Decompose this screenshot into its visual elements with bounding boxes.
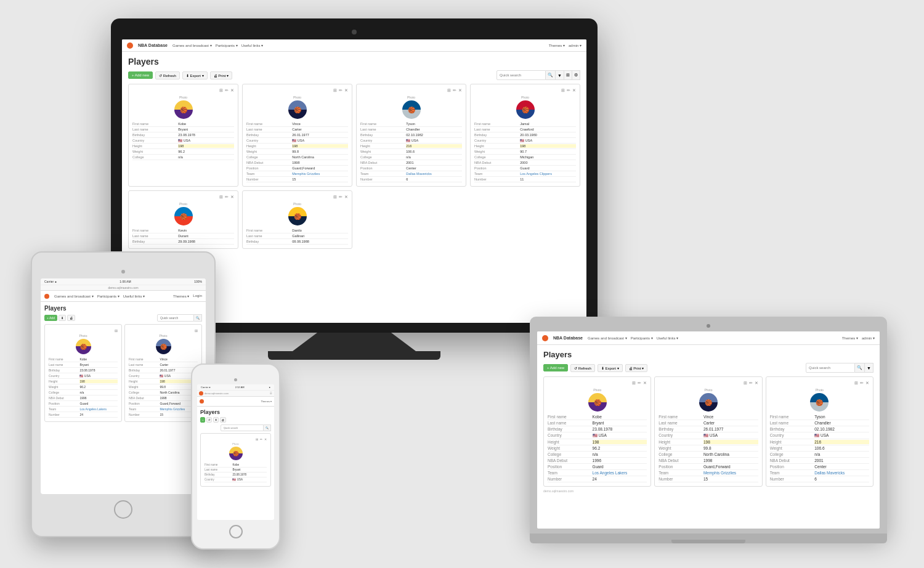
player-card-danilo: ⊞✏✕ Photo 🏀 First nameDanilo Last nameGa… <box>242 190 352 249</box>
nba-logo-icon <box>127 43 133 49</box>
tablet-export-btn[interactable]: ⬇ <box>59 315 66 321</box>
tablet-home-button[interactable] <box>114 500 132 519</box>
card-grid-icon6[interactable]: ⊞ <box>333 195 337 200</box>
phone-search-input[interactable] <box>221 424 264 431</box>
laptop-print-btn[interactable]: 🖨 Print ▾ <box>625 364 648 372</box>
card-grid-icon2[interactable]: ⊞ <box>333 88 337 93</box>
laptop-search-input[interactable] <box>806 363 855 373</box>
filter-button[interactable]: ▼ <box>556 70 564 80</box>
laptop-nav-useful[interactable]: Useful links ▾ <box>657 336 678 340</box>
nav-participants[interactable]: Participants ▾ <box>216 43 238 47</box>
monitor-stand <box>293 333 416 351</box>
lc2-del-icon[interactable]: ✕ <box>755 381 758 386</box>
laptop-add-btn[interactable]: + Add new <box>543 364 568 371</box>
lc-grid-icon[interactable]: ⊞ <box>632 381 636 386</box>
tc2-grid-icon[interactable]: ⊞ <box>195 328 198 333</box>
laptop-refresh-btn[interactable]: ↺ Refresh <box>570 364 595 372</box>
pc-grid-icon[interactable]: ⊞ <box>256 437 258 441</box>
laptop-filter-btn[interactable]: ▼ <box>865 363 873 373</box>
lc3-edit-icon[interactable]: ✏ <box>860 381 864 386</box>
laptop-admin[interactable]: admin ▾ <box>862 336 875 340</box>
laptop-card-vince: ⊞✏✕ Photo🏀 First nameVince Last nameCart… <box>654 376 762 487</box>
refresh-button[interactable]: ↺ Refresh <box>155 71 180 79</box>
card-delete-icon4[interactable]: ✕ <box>572 88 576 93</box>
avatar-vince: 🏀 <box>288 100 307 119</box>
tablet-add-btn[interactable]: + Add <box>44 315 57 321</box>
themes-menu[interactable]: Themes ▾ <box>549 43 565 47</box>
laptop-toolbar: + Add new ↺ Refresh ⬇ Export ▾ 🖨 Print ▾… <box>543 363 873 373</box>
tablet-nav-games[interactable]: Games and broadcast ▾ <box>54 294 94 298</box>
phone-search-btn[interactable]: 🔍 <box>264 424 271 431</box>
phone-logo <box>200 399 204 404</box>
phone-menu-icon[interactable]: ☰ <box>270 392 272 395</box>
tablet-card-kobe: ⊞ Photo🏀 First nameKobe Last nameBryant … <box>44 324 122 422</box>
laptop-search-btn[interactable]: 🔍 <box>855 363 865 373</box>
pc-edit-icon[interactable]: ✏ <box>260 437 262 441</box>
laptop-card-kobe: ⊞✏✕ Photo🏀 First nameKobe Last nameBryan… <box>543 376 651 487</box>
laptop-themes[interactable]: Themes ▾ <box>842 336 858 340</box>
columns-button[interactable]: ⊞ <box>564 70 572 80</box>
pc-del-icon[interactable]: ✕ <box>264 437 267 441</box>
lc2-grid-icon[interactable]: ⊞ <box>744 381 747 386</box>
laptop-frame: NBA Database Games and broadcast ▾ Parti… <box>530 317 887 534</box>
card-delete-icon2[interactable]: ✕ <box>344 88 348 93</box>
nav-games[interactable]: Games and broadcast ▾ <box>172 43 212 47</box>
lc3-grid-icon[interactable]: ⊞ <box>854 381 858 386</box>
card-grid-icon[interactable]: ⊞ <box>219 88 223 93</box>
tablet-themes[interactable]: Themes ▾ <box>173 294 189 298</box>
card-edit-icon4[interactable]: ✏ <box>567 88 570 93</box>
card-delete-icon6[interactable]: ✕ <box>344 195 348 200</box>
laptop-nav-games[interactable]: Games and broadcast ▾ <box>588 336 627 340</box>
nav-useful-links[interactable]: Useful links ▾ <box>241 43 263 47</box>
card-edit-icon3[interactable]: ✏ <box>453 88 456 93</box>
card-delete-icon[interactable]: ✕ <box>230 88 234 93</box>
card-delete-icon3[interactable]: ✕ <box>458 88 462 93</box>
search-button[interactable]: 🔍 <box>546 70 556 80</box>
print-button[interactable]: 🖨 Print ▾ <box>210 71 233 79</box>
tablet-device: Carrier ● 1:06 AM 100% demo.sqlmaestro.c… <box>31 251 216 537</box>
phone-export-btn[interactable]: ⬇ <box>213 417 219 423</box>
laptop-nav-participants[interactable]: Participants ▾ <box>631 336 653 340</box>
tablet-search-input[interactable] <box>157 314 194 322</box>
phone-add-btn[interactable]: + <box>200 417 205 423</box>
card-grid-icon3[interactable]: ⊞ <box>447 88 451 93</box>
tablet-status-bar: Carrier ● 1:06 AM 100% <box>41 278 206 285</box>
card-edit-icon[interactable]: ✏ <box>225 88 229 93</box>
laptop-export-btn[interactable]: ⬇ Export ▾ <box>598 364 623 372</box>
phone-themes[interactable]: Themes ▾ <box>261 400 272 403</box>
phone-nba-icon <box>199 391 203 396</box>
card-edit-icon6[interactable]: ✏ <box>339 195 342 200</box>
tablet-login[interactable]: Login <box>193 294 202 298</box>
phone-toolbar2: 🔍 <box>200 424 271 431</box>
phone-screen: Carrier ● 2:52 AM ● demo.sqlmaestro.com … <box>197 384 274 520</box>
player-card-tyson: ⊞✏✕ Photo 🏀 First nameTyson Last nameCha… <box>356 84 466 187</box>
card-grid-icon5[interactable]: ⊞ <box>219 195 223 200</box>
laptop-url-bar: demo.sqlmaestro.com <box>543 489 873 493</box>
player-card-kobe: ⊞✏✕ Photo 🏀 First nameKobe Last nameBrya… <box>128 84 238 187</box>
search-input[interactable] <box>496 70 546 80</box>
tablet-search-btn[interactable]: 🔍 <box>194 314 202 322</box>
settings-button[interactable]: ⚙ <box>572 70 580 80</box>
laptop-content: Players + Add new ↺ Refresh ⬇ Export ▾ 🖨… <box>537 345 880 498</box>
phone-print-btn[interactable]: 🖨 <box>220 417 226 423</box>
admin-menu[interactable]: admin ▾ <box>569 43 582 47</box>
lc-edit-icon[interactable]: ✏ <box>638 381 641 386</box>
card-delete-icon5[interactable]: ✕ <box>230 195 234 200</box>
lc2-edit-icon[interactable]: ✏ <box>749 381 753 386</box>
phone-home-button[interactable] <box>229 525 243 538</box>
add-new-button[interactable]: + Add new <box>128 71 153 79</box>
tablet-navbar: Games and broadcast ▾ Participants ▾ Use… <box>41 291 206 302</box>
phone-url-bar: demo.sqlmaestro.com ☰ <box>197 391 274 397</box>
tablet-nav-useful[interactable]: Useful links ▾ <box>123 294 145 298</box>
tablet-print-btn[interactable]: 🖨 <box>67 315 75 321</box>
card-edit-icon5[interactable]: ✏ <box>225 195 229 200</box>
card-edit-icon2[interactable]: ✏ <box>339 88 342 93</box>
tc-grid-icon[interactable]: ⊞ <box>115 328 118 333</box>
export-button[interactable]: ⬇ Export ▾ <box>182 71 208 79</box>
lc3-del-icon[interactable]: ✕ <box>865 381 869 386</box>
phone-toolbar: + ↺ ⬇ 🖨 <box>200 417 271 423</box>
tablet-nav-participants[interactable]: Participants ▾ <box>97 294 120 298</box>
card-grid-icon4[interactable]: ⊞ <box>561 88 565 93</box>
lc-del-icon[interactable]: ✕ <box>643 381 647 386</box>
phone-refresh-btn[interactable]: ↺ <box>206 417 212 423</box>
